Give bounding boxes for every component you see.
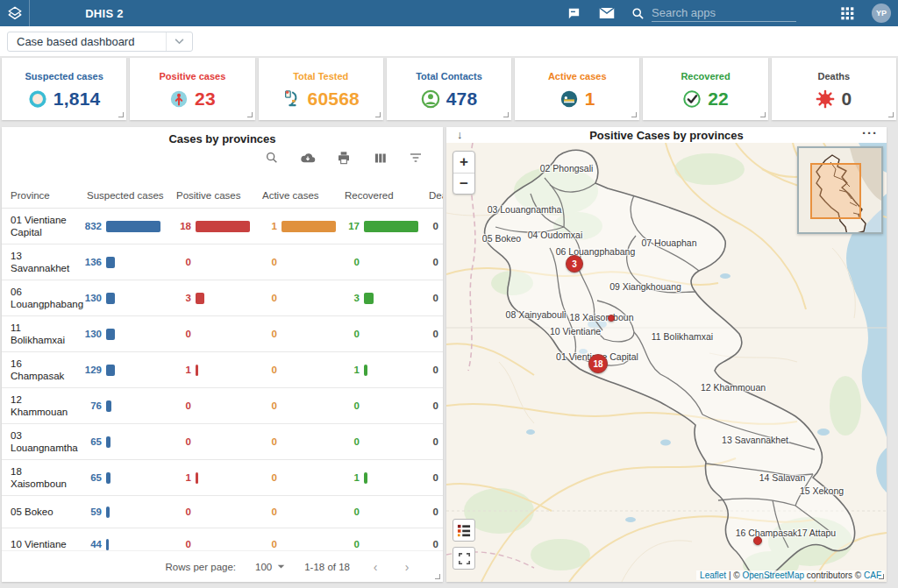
suspected-bar xyxy=(106,293,115,304)
zoom-out-button[interactable]: − xyxy=(453,173,474,194)
deaths-cell: 0 xyxy=(421,539,443,549)
mail-icon[interactable] xyxy=(598,4,616,22)
province-cell: 18 Xaisomboun xyxy=(2,460,79,495)
positive-bar xyxy=(196,293,204,304)
positive-cell: 1 xyxy=(168,365,254,376)
filter-icon[interactable] xyxy=(408,150,424,166)
province-cell: 12 Khammouan xyxy=(2,388,79,423)
map-panel: ↓ Positive Cases by provinces ··· xyxy=(446,127,887,582)
fullscreen-button[interactable] xyxy=(453,547,475,570)
suspected-bar xyxy=(106,539,109,550)
col-header-province[interactable]: Province xyxy=(2,190,79,201)
positive-cell: 0 xyxy=(168,329,254,339)
card-title: Recovered xyxy=(681,71,730,81)
dashboard-selector[interactable]: Case based dashboard xyxy=(7,32,193,52)
resize-handle[interactable] xyxy=(118,112,124,117)
rows-per-page-select[interactable]: 100 xyxy=(255,562,285,572)
table-row[interactable]: 12 Khammouan 76 0 0 0 0 xyxy=(2,388,443,424)
resize-handle[interactable] xyxy=(503,112,509,117)
minimap-viewport[interactable] xyxy=(811,164,860,218)
recovered-bar xyxy=(364,293,374,304)
zoom-in-button[interactable]: + xyxy=(453,152,474,173)
chevron-down-icon xyxy=(277,564,285,570)
table-row[interactable]: 03 Louangnamtha 65 0 0 0 0 xyxy=(2,424,443,460)
deaths-cell: 0 xyxy=(421,221,443,231)
card-value: 1 xyxy=(585,89,595,110)
col-header-positive[interactable]: Positive cases xyxy=(168,190,254,201)
card-recovered[interactable]: Recovered 22 xyxy=(643,58,767,120)
case-dot-marker[interactable] xyxy=(753,536,762,545)
card-suspected-cases[interactable]: Suspected cases 1,814 xyxy=(2,58,126,120)
card-total-tested[interactable]: Total Tested 60568 xyxy=(259,58,383,120)
suspected-bar xyxy=(106,257,115,268)
apps-grid-icon[interactable] xyxy=(838,4,856,22)
chevron-down-icon[interactable] xyxy=(166,32,192,51)
resize-handle[interactable] xyxy=(888,112,894,117)
suspected-bar xyxy=(106,329,115,340)
recovered-cell: 17 xyxy=(337,221,421,232)
leaflet-link[interactable]: Leaflet xyxy=(700,570,726,580)
case-dot-marker[interactable] xyxy=(608,315,615,322)
table-row[interactable]: 06 Louangphabang 130 3 0 3 0 xyxy=(2,280,443,316)
columns-icon[interactable] xyxy=(372,150,388,166)
prev-page-icon[interactable]: ‹ xyxy=(369,560,381,574)
map-attribution: Leaflet | © OpenStreetMap contributors ©… xyxy=(696,570,885,580)
resize-handle[interactable] xyxy=(247,112,253,117)
active-cell: 0 xyxy=(254,257,337,267)
card-deaths[interactable]: Deaths 0 xyxy=(772,58,896,120)
case-cluster-marker[interactable]: 18 xyxy=(588,354,608,373)
print-icon[interactable] xyxy=(336,150,352,166)
leaflet-map[interactable]: 02 Phongsali03 Louangnamtha05 Bokeo04 Ou… xyxy=(446,143,887,582)
active-cell: 0 xyxy=(254,539,337,549)
overview-minimap[interactable] xyxy=(797,146,883,234)
messages-icon[interactable] xyxy=(565,4,582,22)
case-cluster-marker[interactable]: 3 xyxy=(566,255,583,273)
table-search-icon[interactable] xyxy=(264,150,280,166)
suspected-bar xyxy=(106,507,110,518)
deaths-cell: 0 xyxy=(421,400,443,411)
suspected-cell: 130 xyxy=(79,329,168,340)
suspected-cell: 44 xyxy=(79,539,168,550)
layers-legend-button[interactable] xyxy=(453,519,475,542)
resize-handle[interactable] xyxy=(375,112,381,117)
resize-handle[interactable] xyxy=(631,112,637,117)
active-cell: 0 xyxy=(254,293,337,303)
positive-cell: 3 xyxy=(168,293,254,304)
dhis2-logo[interactable] xyxy=(0,0,30,26)
positive-bar xyxy=(196,472,198,484)
resize-handle[interactable] xyxy=(879,574,884,579)
arrow-down-icon[interactable]: ↓ xyxy=(457,129,463,140)
table-row[interactable]: 01 Vientiane Capital 832 18 1 17 0 xyxy=(2,209,443,244)
card-value: 22 xyxy=(708,89,729,110)
user-avatar[interactable]: YP xyxy=(872,4,891,23)
microscope-icon xyxy=(282,89,302,109)
suspected-cell: 832 xyxy=(79,221,168,232)
osm-link[interactable]: OpenStreetMap xyxy=(742,570,804,580)
suspected-bar xyxy=(106,436,110,448)
more-options-icon[interactable]: ··· xyxy=(862,125,878,140)
col-header-suspected[interactable]: Suspected cases xyxy=(79,190,168,201)
table-row[interactable]: 18 Xaisomboun 65 1 0 1 0 xyxy=(2,460,443,496)
table-row[interactable]: 16 Champasak 129 1 0 1 0 xyxy=(2,352,443,388)
col-header-recovered[interactable]: Recovered xyxy=(337,190,421,201)
card-title: Active cases xyxy=(548,71,607,81)
table-row[interactable]: 05 Bokeo 59 0 0 0 0 xyxy=(2,496,443,528)
resize-handle[interactable] xyxy=(760,112,766,117)
col-header-deaths[interactable]: Deaths xyxy=(421,190,443,201)
col-header-active[interactable]: Active cases xyxy=(254,190,337,201)
download-cloud-icon[interactable] xyxy=(300,150,316,166)
ring-circle-icon xyxy=(28,89,47,109)
map-zoom-control: + − xyxy=(453,151,475,195)
card-positive-cases[interactable]: Positive cases 23 xyxy=(130,58,254,120)
recovered-cell: 1 xyxy=(337,472,421,484)
resize-handle[interactable] xyxy=(435,574,440,579)
stat-cards-row: Suspected cases 1,814 Positive cases 23 … xyxy=(2,58,896,120)
next-page-icon[interactable]: › xyxy=(401,560,413,574)
card-title: Suspected cases xyxy=(25,71,103,81)
search-apps-input[interactable] xyxy=(652,4,796,22)
deaths-cell: 0 xyxy=(421,257,443,267)
card-total-contacts[interactable]: Total Contacts 478 xyxy=(387,58,511,120)
table-row[interactable]: 13 Savannakhet 136 0 0 0 0 xyxy=(2,244,443,280)
card-active-cases[interactable]: Active cases 1 xyxy=(515,58,639,120)
table-row[interactable]: 11 Bolikhamxai 130 0 0 0 0 xyxy=(2,316,443,352)
